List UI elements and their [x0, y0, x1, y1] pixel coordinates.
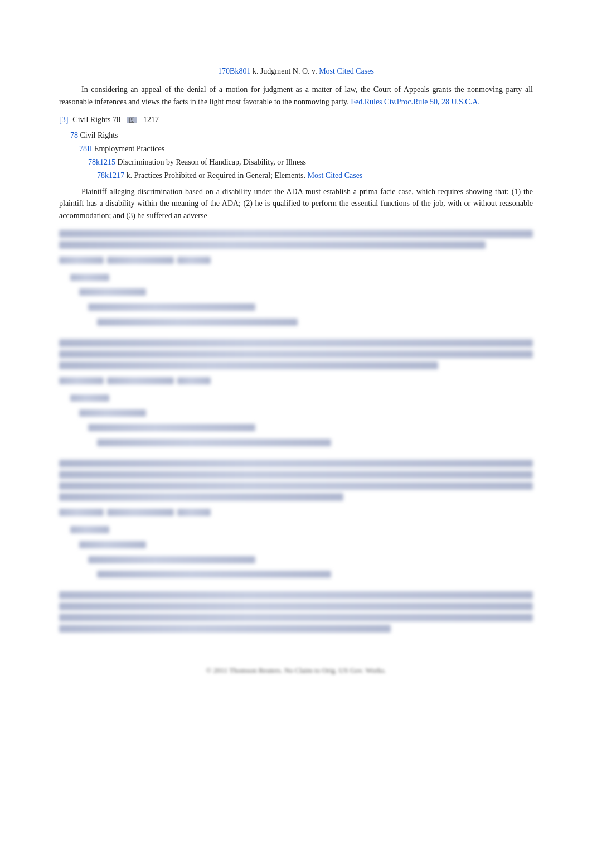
citation-separator: k. Judgment N. O. v.: [253, 67, 319, 75]
hierarchy-link-78k1217[interactable]: 78k1217: [97, 171, 124, 180]
hierarchy-level-2: 78k1215 Discrimination by Reason of Hand…: [88, 156, 533, 169]
most-cited-cases-link-1[interactable]: Most Cited Cases: [319, 67, 374, 75]
hierarchy-link-78k1215[interactable]: 78k1215: [88, 158, 115, 166]
hierarchy-text-1: Employment Practices: [94, 144, 164, 153]
hierarchy-level-0: 78 Civil Rights: [70, 129, 533, 142]
blurred-section-1: [59, 230, 533, 249]
body-text-1: In considering an appeal of the denial o…: [59, 84, 533, 108]
blurred-citation-3: [59, 377, 533, 388]
blurred-body-3: [59, 460, 533, 501]
blurred-hierarchy-2: [70, 274, 533, 334]
blurred-body-2: [59, 339, 533, 369]
key-number-icon: ⚿: [127, 117, 137, 123]
rule-50-link[interactable]: Fed.Rules Civ.Proc.Rule 50,: [351, 98, 439, 106]
hierarchy-link-78II[interactable]: 78II: [79, 144, 92, 153]
blurred-citation-4: [59, 509, 533, 519]
blurred-citation-2: [59, 257, 533, 267]
blurred-body-4: [59, 591, 533, 633]
hierarchy-text-3: k. Practices Prohibited or Required in G…: [127, 171, 306, 180]
key-number-row-3: [3] Civil Rights 78 ⚿ 1217: [59, 115, 533, 124]
citation-code-link[interactable]: 170Bk801: [218, 67, 250, 75]
key-number-subject: Civil Rights 78: [72, 115, 120, 124]
blurred-hierarchy-3: [70, 394, 533, 454]
blurred-hierarchy-4: [70, 526, 533, 586]
usc-link[interactable]: 28 U.S.C.A.: [441, 98, 480, 106]
body-text-2: Plaintiff alleging discrimination based …: [59, 186, 533, 222]
case-hierarchy: 78 Civil Rights 78II Employment Practice…: [70, 129, 533, 182]
most-cited-cases-link-2[interactable]: Most Cited Cases: [308, 171, 363, 180]
hierarchy-text-0: Civil Rights: [80, 131, 118, 139]
hierarchy-level-1: 78II Employment Practices: [79, 142, 533, 156]
key-number-num: 1217: [143, 115, 159, 124]
hierarchy-level-3: 78k1217 k. Practices Prohibited or Requi…: [97, 169, 533, 182]
key-number-bracket-link[interactable]: [3]: [59, 115, 68, 124]
citation-section-1: 170Bk801 k. Judgment N. O. v. Most Cited…: [59, 67, 533, 76]
hierarchy-link-78[interactable]: 78: [70, 131, 78, 139]
footnote: © 2011 Thomson Reuters. No Claim to Orig…: [59, 666, 533, 675]
hierarchy-text-2: Discrimination by Reason of Handicap, Di…: [118, 158, 307, 166]
